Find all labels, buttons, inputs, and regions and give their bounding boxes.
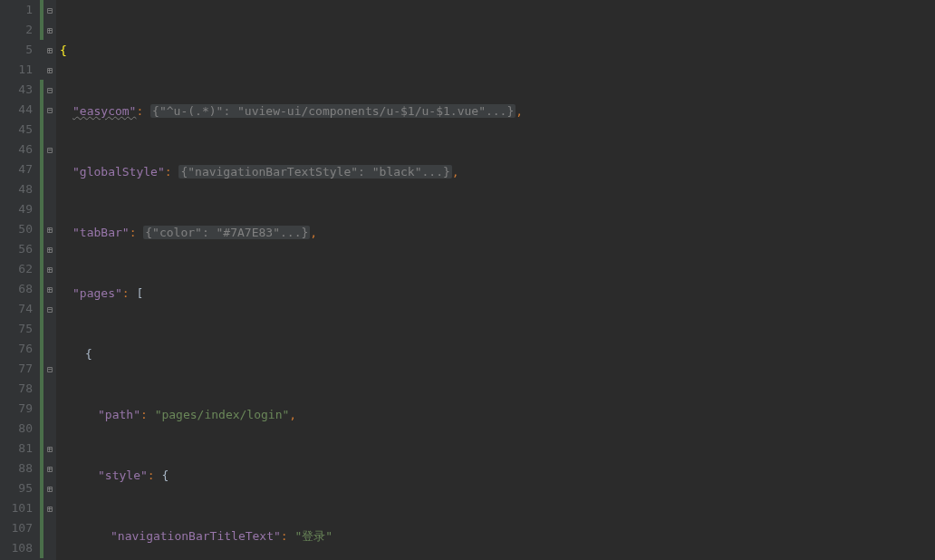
line-number: 46 (0, 140, 33, 159)
fold-toggle-icon[interactable] (43, 20, 56, 40)
folded-region[interactable]: {"navigationBarTextStyle": "black"...} (178, 165, 451, 179)
code-line[interactable]: "tabBar": {"color": "#7A7E83"...}, (60, 223, 935, 243)
line-number: 108 (0, 538, 33, 558)
code-line[interactable]: { (60, 41, 935, 61)
fold-spacer (43, 159, 56, 179)
fold-toggle-icon[interactable] (43, 60, 56, 80)
fold-toggle-icon[interactable] (43, 459, 56, 478)
code-line[interactable]: "navigationBarTitleText": "登录" (60, 526, 935, 546)
folded-region[interactable]: {"color": "#7A7E83"...} (143, 226, 310, 239)
line-number: 76 (0, 339, 33, 359)
line-number: 80 (0, 419, 33, 439)
fold-toggle-icon[interactable] (43, 299, 56, 319)
line-number: 48 (0, 179, 33, 199)
line-number: 75 (0, 319, 33, 339)
line-number: 107 (0, 518, 33, 538)
fold-toggle-icon[interactable] (43, 80, 56, 100)
fold-toggle-icon[interactable] (43, 478, 56, 498)
code-line[interactable]: "pages": [ (60, 284, 935, 304)
line-number-gutter: 1 2 5 11 43 44 45 46 47 48 49 50 56 62 6… (0, 0, 40, 560)
code-line[interactable]: "style": { (60, 466, 935, 486)
fold-toggle-icon[interactable] (43, 239, 56, 259)
fold-spacer (43, 379, 56, 399)
line-number: 5 (0, 40, 33, 60)
code-line[interactable]: "easycom": {"^u-(.*)": "uview-ui/compone… (60, 101, 935, 121)
fold-spacer (43, 538, 56, 558)
line-number: 78 (0, 379, 33, 399)
code-line[interactable]: "globalStyle": {"navigationBarTextStyle"… (60, 162, 935, 182)
code-editor[interactable]: 1 2 5 11 43 44 45 46 47 48 49 50 56 62 6… (0, 0, 935, 560)
fold-gutter (43, 0, 56, 560)
fold-toggle-icon[interactable] (43, 498, 56, 518)
code-area[interactable]: { "easycom": {"^u-(.*)": "uview-ui/compo… (56, 0, 935, 560)
fold-toggle-icon[interactable] (43, 219, 56, 239)
fold-spacer (43, 399, 56, 419)
code-line[interactable]: "path": "pages/index/login", (60, 405, 935, 425)
line-number: 2 (0, 20, 33, 40)
line-number: 1 (0, 0, 33, 20)
line-number: 101 (0, 498, 33, 518)
line-number: 81 (0, 439, 33, 459)
fold-toggle-icon[interactable] (43, 100, 56, 120)
line-number: 43 (0, 80, 33, 100)
line-number: 77 (0, 359, 33, 379)
folded-region[interactable]: {"^u-(.*)": "uview-ui/components/u-$1/u-… (150, 104, 516, 118)
fold-toggle-icon[interactable] (43, 140, 56, 159)
fold-spacer (43, 319, 56, 339)
code-line[interactable]: { (60, 344, 935, 364)
fold-spacer (43, 339, 56, 359)
fold-toggle-icon[interactable] (43, 40, 56, 60)
line-number: 49 (0, 199, 33, 219)
fold-toggle-icon[interactable] (43, 279, 56, 299)
fold-spacer (43, 120, 56, 140)
line-number: 47 (0, 159, 33, 179)
fold-toggle-icon[interactable] (43, 259, 56, 279)
line-number: 95 (0, 478, 33, 498)
fold-toggle-icon[interactable] (43, 359, 56, 379)
fold-toggle-icon[interactable] (43, 439, 56, 459)
fold-spacer (43, 419, 56, 439)
line-number: 45 (0, 120, 33, 140)
line-number: 44 (0, 100, 33, 120)
fold-spacer (43, 199, 56, 219)
line-number: 50 (0, 219, 33, 239)
fold-spacer (43, 179, 56, 199)
fold-toggle-icon[interactable] (43, 0, 56, 20)
line-number: 56 (0, 239, 33, 259)
line-number: 11 (0, 60, 33, 80)
line-number: 68 (0, 279, 33, 299)
line-number: 74 (0, 299, 33, 319)
line-number: 79 (0, 399, 33, 419)
line-number: 62 (0, 259, 33, 279)
fold-spacer (43, 518, 56, 538)
line-number: 88 (0, 459, 33, 478)
